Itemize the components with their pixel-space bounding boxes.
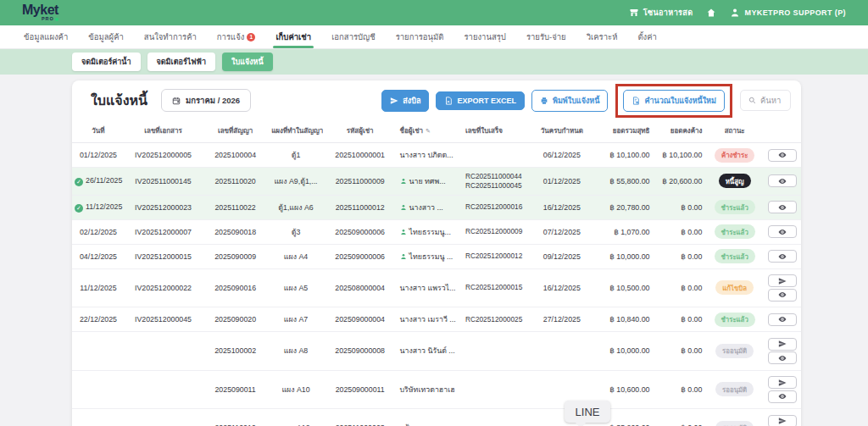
view-invoice-button[interactable] bbox=[768, 174, 797, 187]
cell-stall: ตู้3 bbox=[269, 219, 323, 244]
cell-tenant-name: นางสาว แพรวไ... bbox=[398, 268, 463, 307]
eye-icon bbox=[778, 315, 787, 324]
cell-total: ฿ 20,780.00 bbox=[590, 195, 653, 219]
cell-due-date bbox=[534, 332, 589, 371]
nav-item[interactable]: ตั้งค่า bbox=[637, 25, 657, 48]
cell-status: แก้ไขบิล bbox=[704, 268, 765, 307]
column-header bbox=[765, 119, 801, 143]
recalculate-icon bbox=[632, 97, 640, 105]
zone-selector[interactable]: โซนอาหารสด bbox=[629, 7, 693, 19]
home-button[interactable] bbox=[706, 8, 716, 18]
table-header-row: วันที่เลขที่เอกสารเลขที่สัญญาแผงที่ทำในส… bbox=[72, 119, 801, 143]
cell-due-date: 27/12/2025 bbox=[534, 307, 589, 332]
month-label: มกราคม / 2026 bbox=[186, 94, 240, 107]
cell-contract-no: 2025110016 bbox=[202, 409, 269, 426]
cell-outstanding: ฿ 0.00 bbox=[652, 332, 704, 371]
cell-due-date: 09/12/2025 bbox=[534, 244, 589, 268]
cell-doc-no bbox=[125, 409, 202, 426]
cell-actions bbox=[765, 143, 801, 168]
invoice-toolbar: ใบแจ้งหนี้ มกราคม / 2026 ส่งบิล EXPORT E… bbox=[72, 80, 801, 119]
user-menu[interactable]: MYKETPRO SUPPORT (P) bbox=[730, 8, 846, 18]
nav-item[interactable]: การแจ้ง1 bbox=[217, 25, 256, 48]
cell-status: ชำระแล้ว bbox=[704, 244, 765, 268]
nav-item[interactable]: ข้อมูลแผงค้า bbox=[24, 25, 68, 48]
cell-status: ค้างชำระ bbox=[704, 143, 765, 168]
brand-name: Myket bbox=[22, 3, 58, 17]
line-chat-button[interactable]: LINE bbox=[565, 401, 610, 423]
cell-total: ฿ 1,070.00 bbox=[590, 219, 653, 244]
nav-item[interactable]: วิเคราะห์ bbox=[587, 25, 618, 48]
view-invoice-button[interactable] bbox=[768, 201, 797, 213]
cell-tenant-code: 202508000004 bbox=[323, 268, 398, 307]
cell-stall: ตู้1,แผง A6 bbox=[269, 195, 323, 219]
eye-icon bbox=[778, 290, 787, 299]
brand-logo[interactable]: Myket PRO bbox=[22, 3, 58, 22]
nav-item[interactable]: รายการอนุมัติ bbox=[396, 25, 444, 48]
cell-doc-no: IV202511000145 bbox=[125, 168, 202, 196]
cell-tenant-code: 202511000009 bbox=[323, 168, 398, 196]
cell-doc-no: IV202512000045 bbox=[125, 307, 202, 332]
nav-item[interactable]: สนใจทำการค้า bbox=[144, 25, 197, 48]
send-bill-button[interactable]: ส่งบิล bbox=[381, 90, 429, 112]
view-invoice-button[interactable] bbox=[768, 390, 797, 403]
month-selector[interactable]: มกราคม / 2026 bbox=[161, 89, 251, 112]
view-invoice-button[interactable] bbox=[768, 351, 797, 364]
cell-stall: แผง A8 bbox=[269, 332, 323, 371]
nav-item[interactable]: รายงานสรุป bbox=[464, 25, 505, 48]
nav-item[interactable]: ข้อมูลผู้ค้า bbox=[88, 25, 124, 48]
recalculate-invoice-button[interactable]: คำนวณใบแจ้งหนี้ใหม่ bbox=[623, 90, 725, 112]
cell-status: รออนุมัติ bbox=[704, 370, 765, 409]
top-header-bar: Myket PRO โซนอาหารสด MYKETPRO SUPPORT (P… bbox=[0, 0, 868, 25]
status-badge: ชำระแล้ว bbox=[715, 224, 755, 239]
view-invoice-button[interactable] bbox=[768, 149, 797, 162]
nav-item[interactable]: รายรับ-จ่าย bbox=[526, 25, 566, 48]
view-invoice-button[interactable] bbox=[768, 313, 797, 326]
view-invoice-button[interactable] bbox=[768, 250, 797, 263]
table-row: 2025110016แผง A12202511000003แป้ง฿ 35,20… bbox=[72, 409, 801, 426]
view-invoice-button[interactable] bbox=[768, 225, 797, 238]
send-invoice-button[interactable] bbox=[768, 274, 797, 287]
edit-pencil-icon: ✎ bbox=[426, 128, 431, 134]
send-invoice-button[interactable] bbox=[768, 376, 797, 389]
cell-date: 01/12/2025 bbox=[72, 143, 125, 168]
sub-tab[interactable]: จดมิเตอร์ไฟฟ้า bbox=[147, 53, 216, 71]
tenant-person-icon bbox=[400, 204, 407, 213]
table-row: 2025100002แผง A8202509000008นางสาว นิรัน… bbox=[72, 332, 801, 371]
send-icon bbox=[778, 277, 787, 285]
cell-total: ฿ 10,000.00 bbox=[590, 244, 653, 268]
cell-contract-no: 2025110022 bbox=[202, 195, 269, 219]
cell-receipt-no: RC202512000009 bbox=[463, 219, 534, 244]
cell-doc-no: IV202512000015 bbox=[125, 244, 202, 268]
table-row: ✓26/11/2025IV2025110001452025110020แผง A… bbox=[72, 168, 801, 196]
cell-actions bbox=[765, 168, 801, 196]
cell-total: ฿ 10,100.00 bbox=[590, 143, 653, 168]
cell-receipt-no: RC202512000025 bbox=[463, 307, 534, 332]
eye-icon bbox=[778, 354, 787, 362]
print-invoice-button[interactable]: พิมพ์ใบแจ้งหนี้ bbox=[531, 90, 608, 112]
export-excel-button[interactable]: EXPORT EXCEL bbox=[436, 91, 525, 110]
cell-stall: แผง A5 bbox=[269, 268, 323, 307]
cell-tenant-name: แป้ง bbox=[398, 409, 463, 426]
status-badge: แก้ไขบิล bbox=[715, 280, 754, 295]
cell-receipt-no bbox=[463, 332, 534, 371]
eye-icon bbox=[778, 252, 787, 261]
cell-date: 02/12/2025 bbox=[72, 219, 125, 244]
search-placeholder: ค้นหา bbox=[760, 94, 781, 107]
nav-item[interactable]: เอกสารบัญชี bbox=[331, 25, 376, 48]
sub-tab[interactable]: จดมิเตอร์ค่าน้ำ bbox=[72, 53, 141, 71]
cell-tenant-code: 202511000012 bbox=[323, 195, 398, 219]
brand-sub: PRO bbox=[42, 17, 54, 22]
nav-item[interactable]: เก็บค่าเช่า bbox=[275, 25, 311, 48]
sub-tab[interactable]: ใบแจ้งหนี้ bbox=[222, 53, 273, 71]
cell-status: ชำระแล้ว bbox=[704, 219, 765, 244]
view-invoice-button[interactable] bbox=[768, 289, 797, 302]
cell-doc-no bbox=[125, 332, 202, 371]
cell-contract-no: 2025090018 bbox=[202, 219, 269, 244]
cell-status: รออนุมัติ bbox=[704, 409, 765, 426]
cell-outstanding: ฿ 0.00 bbox=[652, 409, 704, 426]
search-input[interactable]: ค้นหา bbox=[740, 90, 791, 111]
cell-tenant-code: 202509000011 bbox=[323, 370, 398, 409]
send-invoice-button[interactable] bbox=[768, 415, 797, 426]
send-invoice-button[interactable] bbox=[768, 338, 797, 351]
cell-actions bbox=[765, 332, 801, 371]
